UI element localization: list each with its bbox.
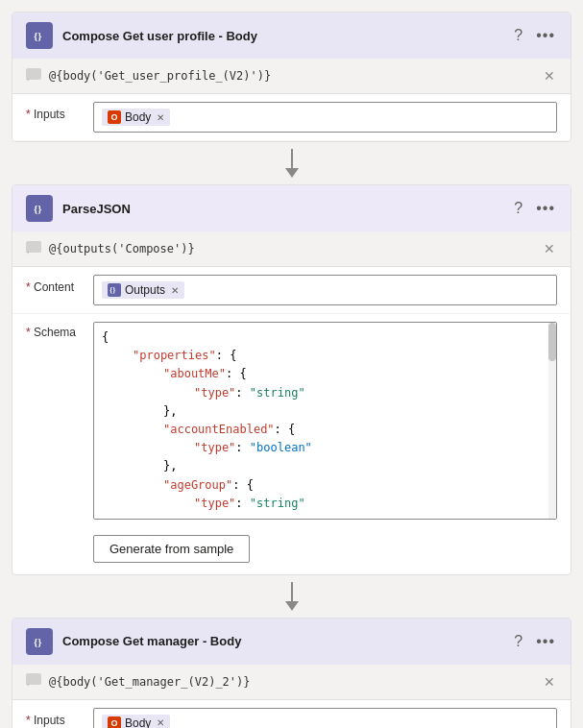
- connector-line-2: [291, 582, 293, 601]
- content-row: Content {} Outputs ✕: [12, 267, 571, 314]
- message-icon-manager: [26, 673, 41, 690]
- inputs-field-compose[interactable]: O Body ✕: [93, 102, 557, 133]
- svg-text:{}: {}: [34, 636, 42, 647]
- card-body-manager: @{body('Get_manager_(V2)_2')} ✕ Inputs O…: [12, 665, 571, 728]
- inputs-label-compose: Inputs: [26, 102, 93, 121]
- card-body-compose: @{body('Get_user_profile_(V2)')} ✕ Input…: [12, 59, 571, 141]
- card-title-compose: Compose Get user profile - Body: [62, 29, 512, 43]
- help-button-parsejson[interactable]: ?: [512, 198, 524, 219]
- inputs-row-compose: Inputs O Body ✕: [12, 94, 571, 141]
- expression-text-compose: @{body('Get_user_profile_(V2)')}: [49, 69, 534, 83]
- question-icon-manager: ?: [514, 633, 522, 650]
- schema-editor[interactable]: { "properties": { "aboutMe": { "type": "…: [93, 322, 557, 520]
- more-button[interactable]: •••: [534, 25, 557, 46]
- connector-arrow-2: [285, 601, 299, 611]
- schema-scrollbar[interactable]: [548, 323, 556, 519]
- token-close-manager[interactable]: ✕: [157, 717, 164, 728]
- connector-2: [285, 575, 299, 618]
- expression-row-manager: @{body('Get_manager_(V2)_2')} ✕: [12, 665, 571, 700]
- token-close-outputs[interactable]: ✕: [171, 285, 179, 296]
- generate-from-sample-button[interactable]: Generate from sample: [93, 535, 250, 563]
- outputs-token-icon: {}: [108, 283, 121, 297]
- body-token-manager[interactable]: O Body ✕: [102, 715, 170, 728]
- svg-text:{}: {}: [109, 286, 115, 295]
- office-logo-manager: O: [108, 716, 121, 728]
- schema-scrollbar-thumb: [548, 323, 556, 361]
- ellipsis-icon: •••: [536, 27, 555, 44]
- office-logo-compose: O: [108, 110, 121, 124]
- content-label: Content: [26, 275, 93, 294]
- help-button-manager[interactable]: ?: [512, 631, 524, 652]
- close-expression-compose[interactable]: ✕: [542, 66, 557, 85]
- more-button-parsejson[interactable]: •••: [534, 198, 557, 219]
- body-token-compose[interactable]: O Body ✕: [102, 109, 170, 126]
- schema-label: Schema: [26, 322, 93, 339]
- parsejson-icon: {}: [26, 195, 53, 222]
- compose-icon: {}: [26, 22, 53, 49]
- expression-row-compose: @{body('Get_user_profile_(V2)')} ✕: [12, 59, 571, 94]
- more-button-manager[interactable]: •••: [534, 631, 557, 652]
- inputs-row-manager: Inputs O Body ✕: [12, 700, 571, 728]
- inputs-field-manager[interactable]: O Body ✕: [93, 708, 557, 728]
- generate-btn-row: Generate from sample: [12, 527, 571, 574]
- ellipsis-icon-parsejson: •••: [536, 200, 555, 217]
- card-title-manager: Compose Get manager - Body: [62, 634, 512, 648]
- close-icon-parsejson: ✕: [544, 241, 555, 256]
- parse-json-card: {} ParseJSON ? •••: [12, 184, 571, 575]
- ellipsis-icon-manager: •••: [536, 633, 555, 650]
- content-field[interactable]: {} Outputs ✕: [93, 275, 557, 305]
- compose-get-manager-card: {} Compose Get manager - Body ? •••: [12, 618, 571, 728]
- svg-text:{}: {}: [34, 30, 42, 41]
- compose-get-user-profile-card: {} Compose Get user profile - Body ? •••: [12, 12, 571, 142]
- svg-text:{}: {}: [34, 203, 42, 214]
- svg-rect-1: [26, 68, 41, 80]
- inputs-label-manager: Inputs: [26, 708, 93, 727]
- schema-row: Schema { "properties": { "aboutMe": { "t…: [12, 314, 571, 527]
- connector-arrow-1: [285, 168, 299, 178]
- header-actions: ? •••: [512, 25, 557, 46]
- connector-line-1: [291, 149, 293, 168]
- outputs-token-label: Outputs: [125, 283, 165, 297]
- header-actions-parsejson: ? •••: [512, 198, 557, 219]
- outputs-token[interactable]: {} Outputs ✕: [102, 281, 184, 299]
- manager-icon: {}: [26, 628, 53, 655]
- connector-1: [285, 142, 299, 184]
- body-token-label-compose: Body: [125, 110, 151, 124]
- token-close-compose[interactable]: ✕: [157, 112, 164, 123]
- expression-text-manager: @{body('Get_manager_(V2)_2')}: [49, 675, 534, 689]
- schema-content: { "properties": { "aboutMe": { "type": "…: [102, 328, 548, 513]
- expression-text-parsejson: @{outputs('Compose')}: [49, 242, 534, 255]
- help-button[interactable]: ?: [512, 25, 524, 46]
- close-expression-manager[interactable]: ✕: [542, 672, 557, 692]
- question-icon: ?: [514, 27, 522, 44]
- card-header-compose: {} Compose Get user profile - Body ? •••: [12, 12, 571, 59]
- card-header-parsejson: {} ParseJSON ? •••: [12, 185, 571, 231]
- card-header-manager: {} Compose Get manager - Body ? •••: [12, 619, 571, 665]
- header-actions-manager: ? •••: [512, 631, 557, 652]
- close-icon-compose: ✕: [544, 68, 555, 84]
- message-icon-compose: [26, 68, 41, 85]
- svg-rect-6: [26, 673, 41, 685]
- close-icon-manager: ✕: [544, 674, 555, 690]
- expression-row-parsejson: @{outputs('Compose')} ✕: [12, 231, 571, 267]
- close-expression-parsejson[interactable]: ✕: [542, 239, 557, 258]
- svg-rect-3: [26, 241, 41, 253]
- page-wrapper: {} Compose Get user profile - Body ? •••: [0, 0, 583, 728]
- card-title-parsejson: ParseJSON: [62, 202, 512, 216]
- card-body-parsejson: @{outputs('Compose')} ✕ Content {} Outp: [12, 231, 571, 574]
- office-icon-compose: O: [108, 110, 121, 124]
- question-icon-parsejson: ?: [514, 200, 522, 217]
- office-icon-manager: O: [108, 716, 121, 728]
- body-token-label-manager: Body: [125, 716, 151, 728]
- message-icon-parsejson: [26, 241, 41, 257]
